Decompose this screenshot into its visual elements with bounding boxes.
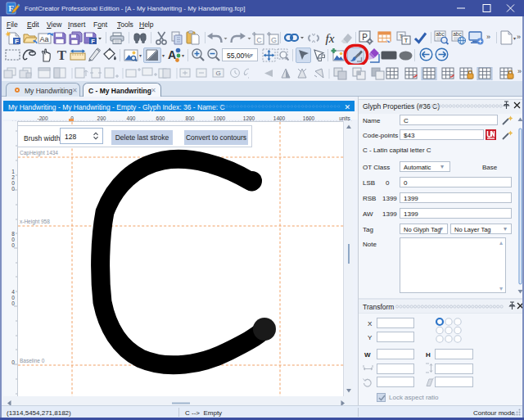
svg-text:0: 0 bbox=[11, 300, 15, 306]
svg-text:2: 2 bbox=[11, 174, 15, 180]
svg-text:abc: abc bbox=[436, 31, 445, 37]
svg-text:G: G bbox=[215, 70, 220, 77]
svg-text:F: F bbox=[91, 38, 95, 44]
svg-text:1: 1 bbox=[11, 169, 15, 174]
svg-text:0: 0 bbox=[11, 180, 15, 186]
svg-text:0: 0 bbox=[11, 295, 15, 300]
svg-text:1600: 1600 bbox=[303, 115, 315, 121]
svg-text:units: units bbox=[339, 115, 350, 121]
svg-text:4: 4 bbox=[11, 289, 15, 295]
svg-text:1400: 1400 bbox=[273, 115, 286, 121]
svg-text:G: G bbox=[271, 36, 277, 44]
svg-text:800: 800 bbox=[186, 115, 195, 121]
svg-text:A: A bbox=[168, 48, 176, 61]
svg-text:Baseline 0: Baseline 0 bbox=[20, 358, 45, 364]
svg-text:-200: -200 bbox=[37, 115, 47, 121]
svg-text:0: 0 bbox=[11, 186, 15, 192]
svg-text:C: C bbox=[256, 36, 262, 44]
svg-text:0: 0 bbox=[11, 242, 15, 248]
svg-text:T: T bbox=[404, 37, 409, 44]
svg-text:F: F bbox=[15, 38, 19, 45]
svg-text:abc: abc bbox=[453, 31, 462, 37]
svg-text:fx: fx bbox=[326, 32, 335, 45]
svg-text:x-Height 958: x-Height 958 bbox=[20, 219, 50, 225]
svg-text:8: 8 bbox=[11, 231, 15, 237]
svg-text:600: 600 bbox=[156, 115, 165, 121]
svg-text:T: T bbox=[57, 47, 67, 61]
svg-text:1000: 1000 bbox=[214, 115, 226, 121]
svg-text:200: 200 bbox=[97, 115, 106, 121]
svg-text:1200: 1200 bbox=[243, 115, 255, 121]
svg-text:»: » bbox=[517, 67, 522, 75]
svg-text:0: 0 bbox=[11, 237, 15, 242]
svg-text:P: P bbox=[362, 33, 368, 42]
svg-text:CapHeight 1434: CapHeight 1434 bbox=[20, 150, 58, 156]
svg-text:Aa: Aa bbox=[39, 35, 48, 43]
svg-text:400: 400 bbox=[127, 115, 136, 121]
